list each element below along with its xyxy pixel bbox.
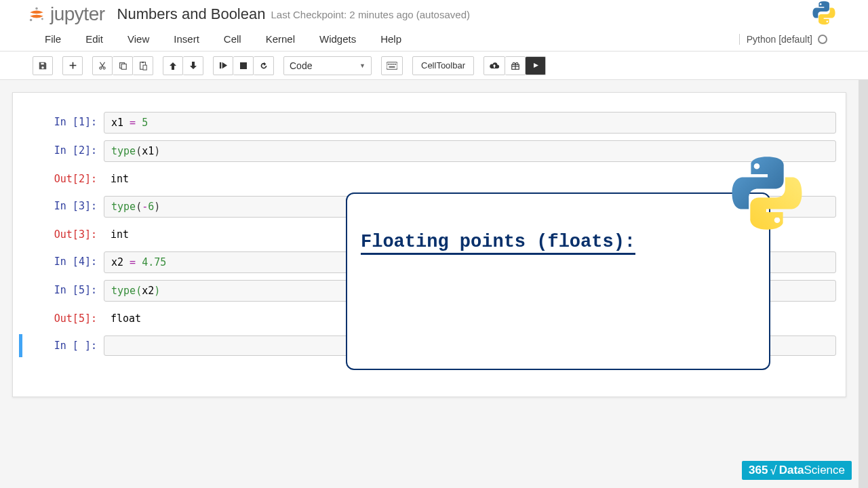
watermark-365: 365 <box>749 464 768 477</box>
svg-rect-10 <box>219 62 220 68</box>
kernel-indicator-icon[interactable] <box>818 35 827 44</box>
restart-button[interactable] <box>254 56 274 75</box>
in-prompt: In [5]: <box>22 280 104 302</box>
menu-kernel[interactable]: Kernel <box>254 29 307 49</box>
svg-rect-16 <box>393 63 395 64</box>
out-prompt: Out[5]: <box>22 308 104 329</box>
notebook-title[interactable]: Numbers and Boolean <box>117 5 266 23</box>
code-cell[interactable]: In [2]:type(x1) <box>22 139 836 163</box>
menu-view[interactable]: View <box>115 29 161 49</box>
watermark-badge: 365 √ DataScience <box>742 461 852 480</box>
svg-point-3 <box>100 66 102 68</box>
add-cell-button[interactable] <box>62 56 83 75</box>
svg-rect-15 <box>391 63 393 64</box>
in-prompt: In [4]: <box>22 251 104 273</box>
svg-point-1 <box>30 19 33 22</box>
in-prompt: In [3]: <box>22 196 104 218</box>
notebook-header: jupyter Numbers and Boolean Last Checkpo… <box>0 0 868 27</box>
svg-rect-11 <box>240 62 247 69</box>
svg-point-0 <box>35 7 38 10</box>
menubar: File Edit View Insert Cell Kernel Widget… <box>0 27 868 52</box>
toolbar: Code CellToolbar <box>0 52 868 80</box>
move-down-button[interactable] <box>183 56 203 75</box>
move-up-button[interactable] <box>163 56 183 75</box>
kernel-name[interactable]: Python [default] <box>739 34 812 45</box>
output-text: int <box>104 169 836 189</box>
code-input[interactable]: x1 = 5 <box>104 112 836 134</box>
svg-point-4 <box>103 66 105 68</box>
svg-point-2 <box>41 18 43 20</box>
out-prompt: Out[2]: <box>22 169 104 189</box>
code-cell[interactable]: In [1]:x1 = 5 <box>22 110 836 135</box>
jupyter-logo[interactable]: jupyter <box>27 3 105 25</box>
menu-widgets[interactable]: Widgets <box>307 29 368 49</box>
in-prompt: In [2]: <box>22 140 104 162</box>
watermark-check-icon: √ <box>770 464 776 477</box>
svg-rect-18 <box>389 66 395 67</box>
svg-rect-6 <box>121 64 126 69</box>
presentation-button[interactable] <box>526 56 546 75</box>
celltoolbar-button[interactable]: CellToolbar <box>412 56 474 75</box>
command-palette-button[interactable] <box>381 56 403 75</box>
svg-rect-13 <box>388 63 389 64</box>
python-logo-large-icon <box>727 153 807 236</box>
svg-rect-17 <box>395 63 396 64</box>
cloud-upload-button[interactable] <box>484 56 505 75</box>
annotation-card: Floating points (floats): <box>346 192 770 370</box>
out-prompt: Out[3]: <box>22 224 104 245</box>
cut-button[interactable] <box>92 56 113 75</box>
jupyter-logo-icon <box>27 5 46 24</box>
python-logo-icon <box>811 0 837 28</box>
in-prompt: In [ ]: <box>22 336 104 356</box>
annotation-title: Floating points (floats): <box>361 232 635 255</box>
code-input[interactable]: type(x1) <box>104 140 836 162</box>
jupyter-logo-text: jupyter <box>50 3 105 25</box>
menu-edit[interactable]: Edit <box>73 29 115 49</box>
gift-button[interactable] <box>505 56 526 75</box>
menu-file[interactable]: File <box>33 29 73 49</box>
menu-insert[interactable]: Insert <box>161 29 212 49</box>
copy-button[interactable] <box>113 56 133 75</box>
interrupt-button[interactable] <box>233 56 254 75</box>
output-row: Out[2]:int <box>22 167 836 190</box>
watermark-brand: DataScience <box>779 464 845 477</box>
checkpoint-text: Last Checkpoint: 2 minutes ago (autosave… <box>271 9 470 20</box>
in-prompt: In [1]: <box>22 112 104 134</box>
run-button[interactable] <box>213 56 233 75</box>
celltype-value: Code <box>290 60 312 71</box>
svg-rect-14 <box>389 63 391 64</box>
svg-rect-8 <box>142 61 144 62</box>
svg-rect-12 <box>387 62 397 69</box>
save-button[interactable] <box>33 56 53 75</box>
celltype-select[interactable]: Code <box>283 56 372 75</box>
svg-rect-9 <box>143 65 146 70</box>
menu-cell[interactable]: Cell <box>212 29 254 49</box>
menu-help[interactable]: Help <box>368 29 414 49</box>
paste-button[interactable] <box>133 56 153 75</box>
